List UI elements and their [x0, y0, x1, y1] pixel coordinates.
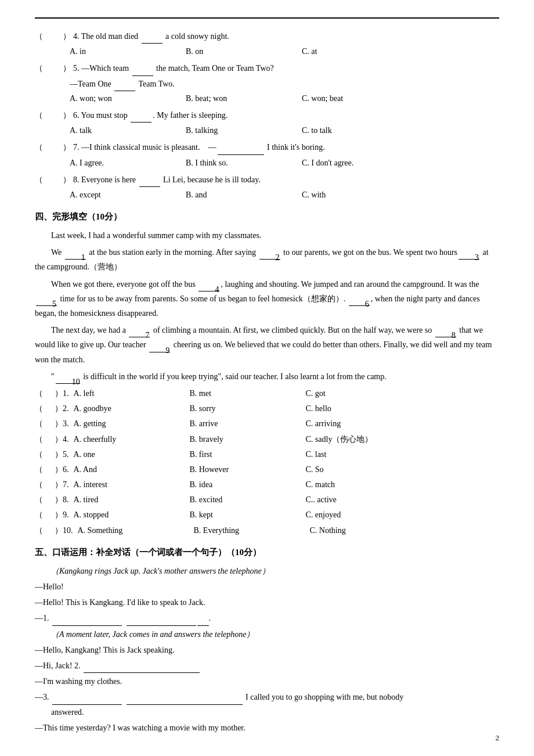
cloze-blank-7: 7: [129, 328, 150, 337]
answer-blank-3a: [52, 696, 122, 705]
cloze-blank-10: 10: [56, 375, 80, 384]
cloze-q1: （）1. A. left B. met C. got: [35, 386, 499, 401]
dialogue-kangkang-intro: —Hello! This is Kangkang. I'd like to sp…: [35, 595, 499, 610]
opt-8c: C. with: [302, 188, 418, 202]
cloze-q10: （）10. A. Something B. Everything C. Noth…: [35, 523, 499, 538]
answer-blank-2: [84, 664, 200, 673]
cloze-q9: （）9. A. stopped B. kept C. enjoyed: [35, 507, 499, 522]
opt-8a: A. except: [70, 188, 186, 202]
cloze-blank-8: 8: [435, 328, 456, 337]
cloze-blank-2: 2: [259, 250, 280, 260]
blank-6: [131, 113, 151, 123]
dialogue-movie: —This time yesterday? I was watching a m…: [35, 721, 499, 735]
cloze-q4: （）4. A. cheerfully B. bravely C. sadly（伤…: [35, 432, 499, 447]
section5: 五、口语运用：补全对话（一个词或者一个句子）（10分） （Kangkang ri…: [35, 545, 499, 735]
blank-8: [139, 178, 160, 187]
answer-blank-1a: [52, 617, 122, 626]
opt-7b: B. I think so.: [186, 156, 302, 170]
cloze-q3: （）3. A. getting B. arrive C. arriving: [35, 416, 499, 431]
question-6: （ ） 6. You must stop . My father is slee…: [35, 108, 499, 138]
stage-direction-2: （A moment later, Jack comes in and answe…: [51, 627, 499, 642]
opt-5a: A. won; won: [70, 91, 186, 106]
options-8: A. except B. and C. with: [70, 188, 499, 202]
cloze-blank-4: 4: [199, 282, 219, 291]
options-4: A. in B. on C. at: [70, 44, 499, 59]
cloze-blank-6: 6: [349, 297, 370, 306]
answer-blank-1b: [127, 617, 196, 626]
question-8: （ ） 8. Everyone is here Li Lei, because …: [35, 172, 499, 202]
blank-5b: [114, 82, 135, 91]
stage-direction-1: （Kangkang rings Jack up. Jack's mother a…: [51, 564, 499, 578]
cloze-questions: （）1. A. left B. met C. got （）2. A. goodb…: [35, 386, 499, 538]
question-4: （ ） 4. The old man died a cold snowy nig…: [35, 29, 499, 59]
dialogue-washing: —I'm washing my clothes.: [35, 674, 499, 689]
cloze-blank-1: 1: [65, 250, 86, 260]
section3-questions: （ ） 4. The old man died a cold snowy nig…: [35, 29, 499, 202]
opt-6a: A. talk: [70, 123, 186, 138]
opt-4b: B. on: [186, 44, 302, 59]
passage-p3: When we got there, everyone got off the …: [35, 277, 499, 321]
opt-5b: B. beat; won: [186, 91, 302, 106]
cloze-q6: （）6. A. And B. However C. So: [35, 462, 499, 477]
blank-5a: [132, 67, 153, 76]
page-number: 2: [496, 731, 500, 744]
dialogue-line2: —Hi, Jack! 2.: [35, 658, 499, 673]
options-5: A. won; won B. beat; won C. won; beat: [70, 91, 499, 106]
blank-4: [142, 34, 163, 44]
passage-p2: We 1 at the bus station early in the mor…: [35, 245, 499, 274]
dialogue-line1: —1. .: [35, 611, 499, 625]
dialogue-line3: —3. I called you to go shopping with me,…: [35, 690, 499, 719]
section4-title: 四、完形填空（10分）: [35, 209, 499, 225]
dialogue-hello1: —Hello!: [35, 579, 499, 594]
top-border: [35, 17, 499, 19]
opt-5c: C. won; beat: [302, 91, 418, 106]
cloze-q2: （）2. A. goodbye B. sorry C. hello: [35, 401, 499, 416]
question-7: （ ） 7. —I think classical music is pleas…: [35, 140, 499, 170]
section5-title: 五、口语运用：补全对话（一个词或者一个句子）（10分）: [35, 545, 499, 560]
options-6: A. talk B. talking C. to talk: [70, 123, 499, 138]
passage-p1: Last week, I had a wonderful summer camp…: [35, 228, 499, 243]
answer-blank-3b: [127, 696, 243, 705]
opt-7c: C. I don't agree.: [302, 156, 418, 170]
cloze-blank-3: 3: [459, 250, 479, 260]
cloze-q7: （）7. A. interest B. idea C. match: [35, 477, 499, 492]
question-5: （ ） 5. —Which team the match, Team One o…: [35, 61, 499, 106]
opt-6c: C. to talk: [302, 123, 418, 138]
blank-7: [218, 146, 264, 155]
opt-4a: A. in: [70, 44, 186, 59]
dialogue-jack-hello: —Hello, Kangkang! This is Jack speaking.: [35, 643, 499, 657]
opt-4c: C. at: [302, 44, 418, 59]
passage-p4: The next day, we had a 7 of climbing a m…: [35, 323, 499, 367]
opt-8b: B. and: [186, 188, 302, 202]
cloze-q8: （）8. A. tired B. excited C.. active: [35, 492, 499, 507]
options-7: A. I agree. B. I think so. C. I don't ag…: [70, 156, 499, 170]
cloze-q5: （）5. A. one B. first C. last: [35, 447, 499, 462]
section4: 四、完形填空（10分） Last week, I had a wonderful…: [35, 209, 499, 538]
opt-6b: B. talking: [186, 123, 302, 138]
cloze-blank-9: 9: [149, 343, 170, 352]
cloze-blank-5: 5: [36, 297, 57, 306]
opt-7a: A. I agree.: [70, 156, 186, 170]
passage-p5: " 10 is difficult in the world if you ke…: [35, 369, 499, 384]
